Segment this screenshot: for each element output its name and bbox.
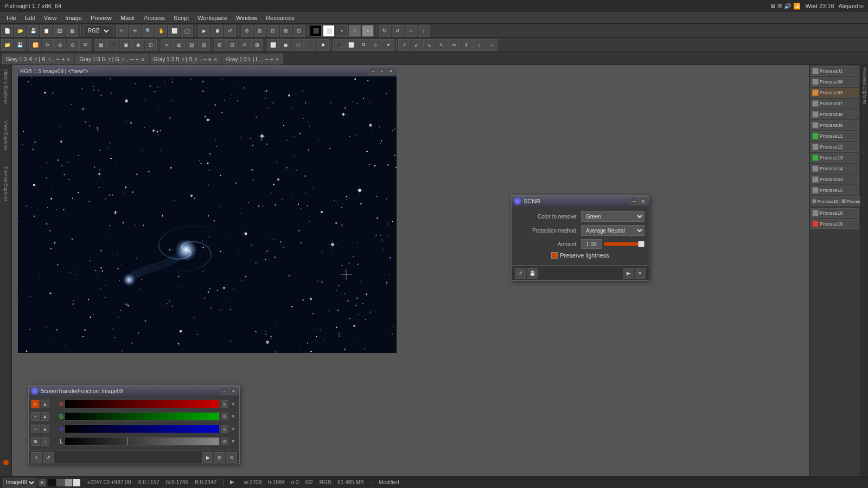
stf-g-close-btn[interactable]: ✕ — [229, 413, 237, 420]
tab-gray-r-expand[interactable]: + — [61, 56, 65, 62]
process-item-09[interactable]: Process09 — [810, 120, 859, 130]
process-item-08[interactable]: Process08 — [810, 110, 859, 119]
tb-rotate2[interactable]: ↺ — [392, 25, 404, 37]
tb2-17[interactable]: ⊞ — [214, 39, 226, 51]
tb2-37[interactable]: ↕ — [473, 39, 485, 51]
status-view-btn[interactable]: ▶ — [39, 479, 46, 486]
tb2-13[interactable]: ≡ — [161, 39, 173, 51]
tb2-7[interactable]: ⧉ — [79, 39, 91, 51]
tb2-10[interactable]: ▣ — [120, 39, 132, 51]
stf-l-close-btn[interactable]: ✕ — [229, 438, 237, 445]
tab-gray-b[interactable]: Gray 1:3 B_r | B_r... ─ + ✕ — [150, 54, 221, 65]
stf-auto-btn[interactable]: A — [31, 452, 42, 463]
menu-mask[interactable]: Mask — [116, 14, 139, 22]
menu-window[interactable]: Window — [232, 14, 261, 22]
tb-flip1[interactable]: ↔ — [405, 25, 417, 37]
tab-gray-g-expand[interactable]: + — [136, 56, 139, 62]
tab-gray-r-minimize[interactable]: ─ — [56, 56, 60, 62]
tab-gray-l-close[interactable]: ✕ — [275, 57, 279, 62]
tb2-38[interactable]: ↔ — [486, 39, 497, 51]
tb-color5[interactable]: ▪ — [362, 25, 374, 37]
process-item-43[interactable]: Process43 — [810, 175, 859, 184]
stf-r-up-btn[interactable]: ▲ — [41, 400, 49, 408]
tb-zoom[interactable]: 🔍 — [142, 25, 154, 37]
tb-new[interactable]: 📄 — [1, 25, 13, 37]
tb2-21[interactable]: ⬜ — [267, 39, 279, 51]
tb2-32[interactable]: ↙ — [411, 39, 423, 51]
tb2-2[interactable]: 💾 — [14, 39, 25, 51]
menu-workspace[interactable]: Workspace — [193, 14, 232, 22]
tb2-8[interactable]: ▦ — [95, 39, 107, 51]
tb2-27[interactable]: ⬜ — [345, 39, 357, 51]
tb2-3[interactable]: 🔁 — [29, 39, 41, 51]
process-item-06[interactable]: Process06 — [810, 77, 859, 87]
tb-save2[interactable]: 📋 — [40, 25, 52, 37]
tb2-24[interactable]: ◾ — [304, 39, 316, 51]
tb2-33[interactable]: ↘ — [423, 39, 435, 51]
tb2-11[interactable]: ◉ — [132, 39, 144, 51]
tb-play[interactable]: ▶ — [198, 25, 210, 37]
tb2-5[interactable]: ⊕ — [54, 39, 66, 51]
tab-gray-g[interactable]: Gray 1:3 G_r | G_r... ─ + ✕ — [75, 54, 148, 65]
menu-script[interactable]: Script — [169, 14, 193, 22]
process-item-19[interactable]: Process19 — [810, 219, 859, 229]
tb-misc5[interactable]: ⊡ — [293, 25, 305, 37]
process-item-07[interactable]: Process07 — [810, 99, 859, 108]
process-item-15[interactable]: Process15 — [810, 185, 859, 195]
process-item-17[interactable]: Process17 — [840, 196, 860, 206]
tb2-30[interactable]: ✦ — [382, 39, 394, 51]
process-item-11[interactable]: Process11 — [810, 131, 859, 141]
menu-edit[interactable]: Edit — [21, 14, 40, 22]
scnr-close2-btn[interactable]: ✕ — [635, 268, 646, 279]
process-item-18[interactable]: Process18 — [810, 208, 859, 218]
stf-l-up-btn[interactable]: ↕ — [41, 437, 49, 446]
tb-cross[interactable]: ✛ — [129, 25, 141, 37]
format-explorer-tab[interactable]: Format Explorer — [3, 164, 9, 204]
tab-gray-b-expand[interactable]: + — [208, 56, 212, 62]
menu-file[interactable]: File — [2, 14, 21, 22]
scnr-close-btn[interactable]: ✕ — [639, 197, 647, 205]
tb2-19[interactable]: ⧈ — [239, 39, 251, 51]
menu-preview[interactable]: Preview — [86, 14, 116, 22]
galaxy-image[interactable] — [18, 76, 397, 353]
scnr-apply-btn[interactable]: ▶ — [623, 268, 634, 279]
tb2-22[interactable]: ◼ — [279, 39, 291, 51]
tb2-15[interactable]: ▤ — [186, 39, 197, 51]
history-explorer-tab[interactable]: History Explorer — [3, 67, 9, 106]
scnr-reset-btn[interactable]: ↺ — [515, 268, 526, 279]
image-select-dropdown[interactable]: Image09 — [3, 478, 36, 487]
tb-pan[interactable]: ✋ — [155, 25, 167, 37]
process-item-14[interactable]: Process14 — [810, 164, 859, 174]
tab-gray-r-close[interactable]: ✕ — [66, 57, 71, 62]
scnr-color-select[interactable]: Green Red Blue — [581, 211, 644, 222]
stf-l-active-btn[interactable]: ⊞ — [31, 437, 40, 446]
tb2-12[interactable]: ⊡ — [145, 39, 157, 51]
tab-gray-l-minimize[interactable]: ─ — [265, 56, 269, 62]
menu-image[interactable]: Image — [61, 14, 86, 22]
stf-b-bar[interactable] — [65, 425, 220, 433]
tb-select2[interactable]: ◯ — [181, 25, 193, 37]
stf-b-close-btn[interactable]: ✕ — [229, 425, 237, 433]
tab-gray-g-close[interactable]: ✕ — [141, 57, 145, 62]
tb2-29[interactable]: ⊹ — [370, 39, 382, 51]
scnr-protection-select[interactable]: Average Neutral Maximum Neutral Minimum … — [581, 225, 644, 236]
tb2-31[interactable]: ↗ — [398, 39, 410, 51]
tb-arrow[interactable]: ↖ — [116, 25, 128, 37]
tab-gray-l-expand[interactable]: + — [270, 56, 273, 62]
process-item-03[interactable]: Process03 — [810, 88, 859, 98]
tb-color1[interactable]: ⬛ — [310, 25, 322, 37]
tb-misc3[interactable]: ⊟ — [267, 25, 279, 37]
menu-view[interactable]: View — [40, 14, 61, 22]
tab-gray-r[interactable]: Gray 1:3 R_r | R_r... ─ + ✕ — [2, 54, 74, 65]
image-close-btn[interactable]: ✕ — [387, 67, 394, 75]
tb-color2[interactable]: ⬜ — [323, 25, 335, 37]
stf-close-btn[interactable]: ✕ — [229, 387, 237, 395]
view-explorer-tab[interactable]: View Explorer — [3, 118, 9, 152]
stf-minimize-btn[interactable]: ─ — [221, 387, 228, 395]
scnr-amount-slider[interactable] — [604, 242, 644, 246]
process-explorer-tab[interactable]: Process Explorer — [862, 65, 867, 107]
tb-img1[interactable]: 🖼 — [53, 25, 65, 37]
tb-color4[interactable]: ▫ — [349, 25, 361, 37]
stf-g-active-btn[interactable]: + — [31, 412, 40, 421]
scnr-save-btn[interactable]: 💾 — [527, 268, 538, 279]
